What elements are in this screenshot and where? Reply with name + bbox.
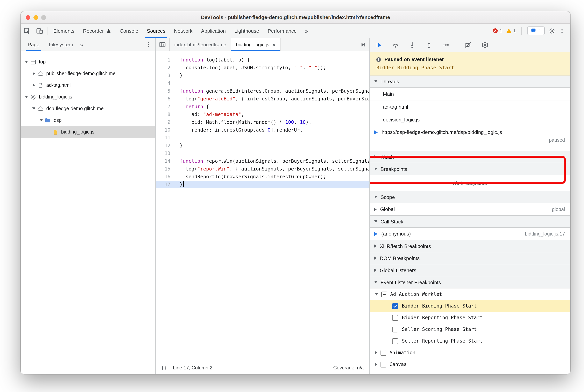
- code-line-1[interactable]: 1function log(label, o) {: [156, 56, 369, 64]
- code-line-14[interactable]: 14function reportWin(auctionSignals, per…: [156, 157, 369, 165]
- section-scope[interactable]: Scope: [370, 191, 571, 203]
- section-call-stack[interactable]: Call Stack: [370, 216, 571, 228]
- breakpoint-event-bidder-reporting-phase-start[interactable]: Bidder Reporting Phase Start: [370, 312, 571, 324]
- line-number[interactable]: 9: [156, 118, 174, 126]
- line-number[interactable]: 12: [156, 142, 174, 150]
- code-line-11[interactable]: 11 }: [156, 134, 369, 142]
- close-tab-icon[interactable]: ×: [272, 42, 275, 47]
- minimize-window-button[interactable]: [33, 15, 38, 20]
- code-line-7[interactable]: 7 return {: [156, 103, 369, 110]
- toggle-navigator-icon[interactable]: [156, 38, 170, 51]
- line-number[interactable]: 14: [156, 157, 174, 165]
- line-number[interactable]: 13: [156, 150, 174, 157]
- tree-item-top[interactable]: top: [21, 56, 155, 68]
- navigator-more-tabs-chevron[interactable]: »: [78, 38, 86, 51]
- code-line-16[interactable]: 16 sendReportTo(browserSignals.interestG…: [156, 173, 369, 180]
- code-editor[interactable]: 1function log(label, o) {2 console.log(l…: [156, 52, 369, 361]
- navigator-menu-kebab-icon[interactable]: [145, 38, 155, 51]
- editor-tab-bidding-logic[interactable]: bidding_logic.js ×: [231, 38, 281, 51]
- step-over-icon[interactable]: [392, 42, 399, 48]
- line-number[interactable]: 17: [156, 180, 174, 188]
- code-line-2[interactable]: 2 console.log(label, JSON.stringify(o, "…: [156, 64, 369, 72]
- line-number[interactable]: 7: [156, 103, 174, 110]
- bidder-bidding-phase-start-checkbox[interactable]: [392, 303, 398, 309]
- expand-triangle-icon[interactable]: [375, 293, 378, 296]
- warning-badge[interactable]: 1: [506, 28, 516, 34]
- inspect-element-icon[interactable]: [21, 24, 33, 38]
- tree-item-dsp[interactable]: dsp: [21, 114, 155, 126]
- collapse-triangle-icon[interactable]: [33, 84, 35, 87]
- thread-row-ad-tag-html[interactable]: ad-tag.html: [370, 100, 571, 113]
- more-panels-chevron[interactable]: »: [301, 24, 312, 38]
- panel-tab-elements[interactable]: Elements: [49, 24, 79, 38]
- line-number[interactable]: 16: [156, 173, 174, 180]
- device-toolbar-icon[interactable]: [33, 24, 45, 38]
- line-number[interactable]: 1: [156, 56, 174, 64]
- expand-triangle-icon[interactable]: [25, 61, 28, 63]
- call-stack-frame[interactable]: (anonymous) bidding_logic.js:17: [370, 228, 571, 240]
- code-line-13[interactable]: 13: [156, 150, 369, 157]
- seller-scoring-phase-start-checkbox[interactable]: [392, 326, 398, 332]
- expand-triangle-icon[interactable]: [32, 108, 35, 110]
- tab-page[interactable]: Page: [23, 38, 44, 51]
- code-line-10[interactable]: 10 render: interestGroup.ads[0].renderUr…: [156, 126, 369, 134]
- panel-tab-console[interactable]: Console: [115, 24, 142, 38]
- zoom-window-button[interactable]: [41, 15, 46, 20]
- error-badge[interactable]: 1: [493, 28, 502, 34]
- bidder-reporting-phase-start-checkbox[interactable]: [392, 315, 398, 320]
- tree-item-publisher-fledge-demo-glitch-me[interactable]: publisher-fledge-demo.glitch.me: [21, 68, 155, 80]
- breakpoint-category-canvas[interactable]: Canvas: [370, 358, 571, 370]
- tab-filesystem[interactable]: Filesystem: [44, 38, 78, 51]
- section-breakpoints[interactable]: Breakpoints: [370, 163, 571, 175]
- thread-row-decision-logic-js[interactable]: decision_logic.js: [370, 113, 571, 126]
- animation-checkbox[interactable]: [381, 350, 386, 356]
- line-number[interactable]: 8: [156, 110, 174, 118]
- expand-triangle-icon[interactable]: [40, 119, 43, 122]
- line-number[interactable]: 4: [156, 80, 174, 87]
- tree-item-ad-tag-html[interactable]: ad-tag.html: [21, 80, 155, 91]
- step-into-icon[interactable]: [409, 42, 416, 48]
- line-number[interactable]: 6: [156, 95, 174, 103]
- editor-tab-index-html[interactable]: index.html?fencedframe: [170, 38, 231, 51]
- panel-tab-sources[interactable]: Sources: [143, 24, 170, 38]
- panel-tab-network[interactable]: Network: [170, 24, 197, 38]
- deactivate-breakpoints-icon[interactable]: [465, 42, 472, 48]
- code-line-8[interactable]: 8 ad: "ad-metadata",: [156, 110, 369, 118]
- editor-overflow-icon[interactable]: [357, 38, 369, 51]
- issues-button[interactable]: 1: [527, 26, 545, 35]
- line-number[interactable]: 3: [156, 72, 174, 80]
- code-line-12[interactable]: 12}: [156, 142, 369, 150]
- settings-gear-icon[interactable]: [549, 28, 555, 34]
- collapse-triangle-icon[interactable]: [33, 72, 35, 75]
- expand-triangle-icon[interactable]: [25, 96, 28, 98]
- ad-auction-worklet-checkbox[interactable]: [381, 291, 387, 297]
- section-dom-breakpoints[interactable]: DOM Breakpoints: [370, 252, 571, 264]
- panel-tab-performance[interactable]: Performance: [263, 24, 301, 38]
- panel-tab-application[interactable]: Application: [197, 24, 230, 38]
- code-line-4[interactable]: 4: [156, 80, 369, 87]
- code-line-15[interactable]: 15 log("reportWin", { auctionSignals, pe…: [156, 165, 369, 173]
- breakpoint-event-bidder-bidding-phase-start[interactable]: Bidder Bidding Phase Start: [370, 300, 571, 312]
- collapse-triangle-icon[interactable]: [375, 363, 377, 366]
- section-event-listener-breakpoints[interactable]: Event Listener Breakpoints: [370, 276, 571, 288]
- panel-tab-recorder[interactable]: Recorder: [79, 24, 115, 38]
- panel-tab-lighthouse[interactable]: Lighthouse: [230, 24, 263, 38]
- breakpoint-event-seller-scoring-phase-start[interactable]: Seller Scoring Phase Start: [370, 324, 571, 335]
- close-window-button[interactable]: [26, 15, 30, 20]
- main-menu-kebab-icon[interactable]: [559, 28, 565, 34]
- code-line-9[interactable]: 9 bid: Math.floor(Math.random() * 100, 1…: [156, 118, 369, 126]
- breakpoint-category-ad-auction-worklet[interactable]: Ad Auction Worklet: [370, 288, 571, 300]
- line-number[interactable]: 2: [156, 64, 174, 72]
- line-number[interactable]: 10: [156, 126, 174, 134]
- pretty-print-button[interactable]: {}: [161, 365, 167, 370]
- tree-item-bidding-logic-js[interactable]: bidding_logic.js: [21, 91, 155, 103]
- code-line-17[interactable]: 17}: [156, 180, 369, 188]
- tree-item-bidding-logic-js[interactable]: bidding_logic.js: [21, 126, 155, 138]
- section-watch[interactable]: Watch: [370, 151, 571, 163]
- section-global-listeners[interactable]: Global Listeners: [370, 264, 571, 276]
- line-number[interactable]: 5: [156, 87, 174, 95]
- collapse-triangle-icon[interactable]: [375, 351, 377, 354]
- section-xhr-breakpoints[interactable]: XHR/fetch Breakpoints: [370, 240, 571, 252]
- breakpoint-event-seller-reporting-phase-start[interactable]: Seller Reporting Phase Start: [370, 335, 571, 347]
- step-icon[interactable]: [442, 42, 449, 48]
